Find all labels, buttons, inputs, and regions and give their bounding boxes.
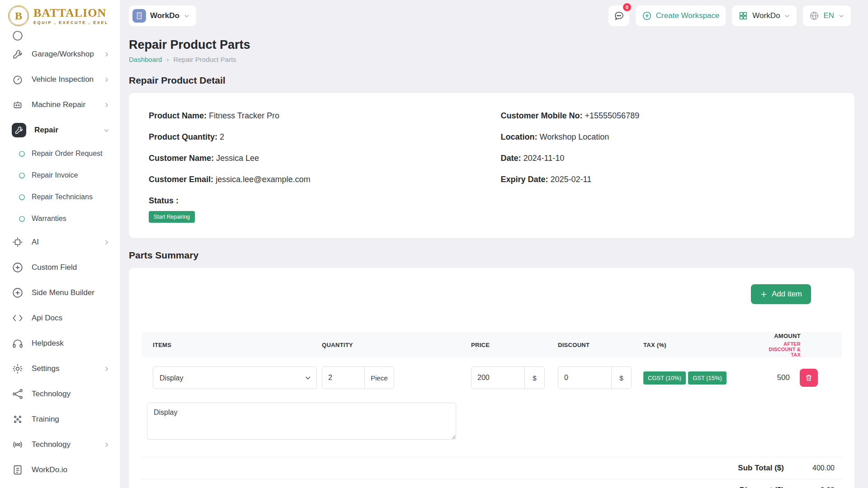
subtotal-label: Sub Total ($) [738,464,784,473]
currency-addon: $ [611,367,631,389]
amount-value: 500 [777,373,790,382]
chat-icon [613,10,624,21]
brand-logo[interactable]: B BATTALION EQUIP , EXECUTE , EXEL [0,0,120,30]
subtotal-value: 400.00 [784,464,835,472]
chevron-right-icon [103,51,110,58]
chevron-down-icon [838,13,844,19]
app-root: B BATTALION EQUIP , EXECUTE , EXEL Garag… [0,0,868,488]
sidebar-item-settings[interactable]: Settings [0,356,120,381]
sidebar-item-garage-workshop[interactable]: Garage/Workshop [0,42,120,67]
quantity-input[interactable] [322,367,364,389]
item-select-wrap: Display [153,366,317,389]
item-description-textarea[interactable]: Display [147,403,456,440]
brand-name: BATTALION [33,7,108,19]
sidebar-item-warranties[interactable]: Warranties [0,208,120,230]
sidebar-item-vehicle-inspection[interactable]: Vehicle Inspection [0,67,120,92]
quantity-group: Piece [322,366,394,389]
repair-detail-card: Product Name: Fitness Tracker Pro Produc… [129,93,854,238]
circle-icon [12,30,24,42]
language-selector[interactable]: EN [803,5,851,26]
machine-icon [12,99,24,111]
discount-total-row: Discount ($) 0.00 [142,479,842,488]
item-select[interactable]: Display [153,366,317,389]
page-title: Repair Product Parts [129,38,854,52]
price-input[interactable] [472,367,524,389]
quantity-cell: Piece [322,366,471,389]
discount-input[interactable] [558,367,611,389]
tax-badge-cgst: CGST (10%) [643,371,686,385]
sidebar-item-api-docs[interactable]: Api Docs [0,305,120,331]
sidebar-item-label: AI [32,238,39,247]
headset-icon [12,338,24,349]
customer-email-field: Customer Email: jessica.lee@example.com [149,175,483,184]
customer-mobile-field: Customer Mobile No: +15555056789 [501,111,835,121]
parts-table-row: Display Piece [142,357,842,389]
sidebar-item-custom-field[interactable]: Custom Field [0,255,120,280]
sidebar-item-repair-order-request[interactable]: Repair Order Request [0,143,120,164]
customer-name-field: Customer Name: Jessica Lee [149,154,483,163]
sidebar-menu: Garage/Workshop Vehicle Inspection Mac [0,30,120,483]
sidebar-item-training[interactable]: Training [0,407,120,432]
broadcast-icon [12,439,24,450]
create-workspace-button[interactable]: Create Workspace [636,5,726,26]
tax-cell: CGST (10%) GST (15%) [643,371,761,385]
chevron-right-icon [103,102,110,108]
circle-icon [18,215,26,223]
sidebar-item-repair[interactable]: Repair [0,117,120,143]
expiry-date-field: Expiry Date: 2025-02-11 [501,175,835,184]
sidebar-item-label: Training [32,415,59,424]
notification-badge: 0 [623,3,631,11]
detail-heading: Repair Product Detail [129,75,854,86]
topbar-right: 0 Create Workspace WorkDo [609,5,851,26]
sidebar-item-helpdesk[interactable]: Helpdesk [0,331,120,356]
sidebar-item-workdo-io[interactable]: WorkDo.io [0,457,120,483]
grid-icon [738,11,748,21]
parts-summary-card: Add item ITEMS QUANTITY PRICE DISCOUNT T… [129,268,854,488]
sidebar-item-label: Settings [32,364,59,373]
status-badge[interactable]: Start Repairing [149,211,195,223]
chevron-right-icon [103,441,110,448]
sidebar-item-technology[interactable]: Technology [0,381,120,407]
column-amount-note: AFTER DISCOUNT & TAX [761,341,801,357]
product-name-field: Product Name: Fitness Tracker Pro [149,111,483,121]
breadcrumb-dashboard-link[interactable]: Dashboard [129,56,162,63]
sidebar-item-repair-invoice[interactable]: Repair Invoice [0,164,120,186]
column-price: PRICE [471,342,558,348]
circle-plus-icon [12,262,24,273]
sidebar-item-machine-repair[interactable]: Machine Repair [0,92,120,117]
sidebar-item-repair-technicians[interactable]: Repair Technicians [0,186,120,208]
topbar: WorkDo 0 Create Workspace [120,0,868,32]
parts-table-header: ITEMS QUANTITY PRICE DISCOUNT TAX (%) AM… [142,332,842,357]
brand-tagline: EQUIP , EXECUTE , EXEL [33,20,108,25]
wrench-icon [12,48,24,60]
wrench-icon [12,123,26,137]
trash-icon [805,374,813,382]
sidebar-item-label: Technology [32,389,71,399]
workspace-switcher[interactable]: WorkDo [129,5,196,26]
parts-summary-heading: Parts Summary [129,250,854,261]
discount-total-value: 0.00 [784,486,835,488]
messages-button[interactable]: 0 [609,5,629,26]
product-quantity-field: Product Quantity: 2 [149,132,483,142]
app-menu-button[interactable]: WorkDo [732,5,797,26]
sidebar-item-technology-2[interactable]: Technology [0,432,120,457]
column-quantity: QUANTITY [322,342,471,348]
sidebar-item-clipped[interactable] [0,30,120,42]
sidebar-item-label: Repair Invoice [32,171,78,179]
sidebar-item-label: Repair Technicians [32,193,93,201]
sidebar-item-label: Side Menu Builder [32,288,94,297]
column-discount: DISCOUNT [558,342,643,348]
sidebar-item-side-menu-builder[interactable]: Side Menu Builder [0,280,120,305]
breadcrumb-current: Repair Product Parts [173,56,236,63]
circle-plus-icon [642,11,652,21]
brand-logo-icon: B [8,5,29,26]
add-item-button[interactable]: Add item [751,284,811,304]
sidebar-item-label: Machine Repair [32,100,85,109]
item-cell: Display [153,366,322,389]
gauge-icon [12,74,24,85]
delete-row-button[interactable] [800,369,818,387]
unit-addon: Piece [364,367,394,389]
sidebar-item-ai[interactable]: AI [0,230,120,255]
discount-group: $ [558,366,632,389]
create-workspace-label: Create Workspace [656,11,719,20]
